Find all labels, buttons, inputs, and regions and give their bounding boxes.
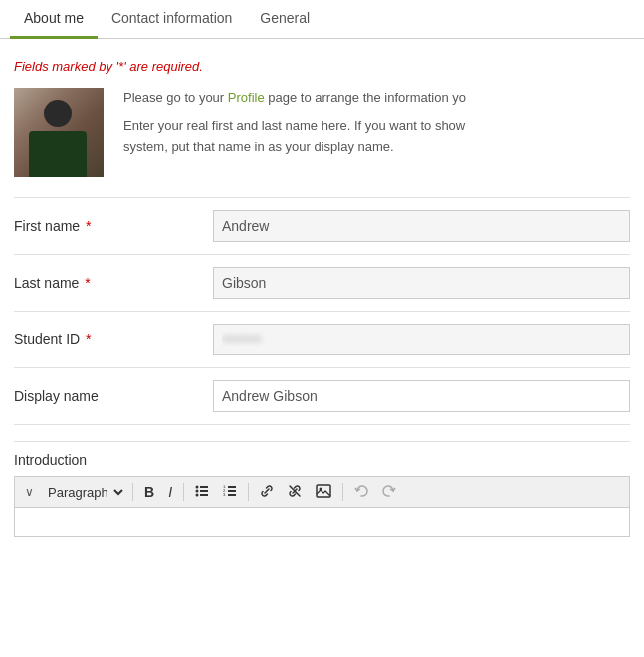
last-name-label: Last name *	[14, 275, 213, 291]
link-icon	[260, 484, 274, 498]
toolbar-sep-3	[248, 483, 249, 501]
paragraph-select-wrap: Paragraph	[42, 482, 126, 503]
form-row-last-name: Last name *	[14, 254, 630, 311]
svg-text:3.: 3.	[223, 492, 226, 497]
image-icon	[316, 484, 331, 498]
first-name-label: First name *	[14, 218, 213, 234]
required-notice: Fields marked by '*' are required.	[14, 59, 630, 74]
undo-button[interactable]	[349, 481, 373, 503]
paragraph-select[interactable]: Paragraph	[42, 482, 126, 503]
student-id-input[interactable]	[213, 324, 630, 355]
svg-rect-12	[317, 485, 330, 497]
form-row-student-id: Student ID *	[14, 311, 630, 367]
form-row-display-name: Display name	[14, 367, 630, 425]
profile-avatar	[14, 88, 104, 177]
last-name-input[interactable]	[213, 267, 630, 299]
introduction-section: Introduction ∨ Paragraph B I	[14, 441, 630, 537]
profile-link[interactable]: Profile	[228, 90, 265, 105]
italic-button[interactable]: I	[163, 482, 177, 502]
image-button[interactable]	[311, 481, 336, 503]
first-name-required: *	[82, 218, 91, 234]
toolbar-sep-4	[342, 483, 343, 501]
bullet-list-button[interactable]	[190, 481, 214, 503]
profile-desc-line2: Enter your real first and last name here…	[123, 116, 630, 158]
numbered-list-button[interactable]: 1. 2. 3.	[218, 481, 242, 503]
svg-point-0	[196, 486, 199, 489]
svg-point-4	[196, 494, 199, 497]
redo-button[interactable]	[377, 481, 401, 503]
toolbar-sep-2	[183, 483, 184, 501]
bullet-list-icon	[195, 484, 209, 498]
form-section: First name * Last name * Student ID * Di…	[14, 197, 630, 425]
toolbar-sep-1	[132, 483, 133, 501]
editor-content-area[interactable]	[14, 507, 630, 537]
toolbar-expand-button[interactable]: ∨	[21, 482, 38, 502]
main-content: Fields marked by '*' are required. Pleas…	[0, 39, 644, 547]
last-name-required: *	[81, 275, 90, 291]
svg-rect-7	[228, 486, 236, 488]
form-row-first-name: First name *	[14, 197, 630, 254]
tab-bar: About me Contact information General	[0, 0, 644, 39]
display-name-label: Display name	[14, 388, 213, 404]
profile-section: Please go to your Profile page to arrang…	[14, 88, 630, 177]
svg-rect-9	[228, 490, 236, 492]
redo-icon	[382, 484, 396, 498]
student-id-required: *	[82, 331, 91, 347]
unlink-icon	[288, 484, 302, 498]
numbered-list-icon: 1. 2. 3.	[223, 484, 237, 498]
display-name-input[interactable]	[213, 380, 630, 412]
profile-desc-line3: system, put that name in as your display…	[123, 139, 394, 154]
editor-toolbar: ∨ Paragraph B I	[14, 476, 630, 507]
svg-rect-5	[200, 494, 208, 496]
bold-button[interactable]: B	[139, 482, 159, 502]
tab-general[interactable]: General	[246, 0, 323, 39]
undo-icon	[354, 484, 368, 498]
svg-rect-11	[228, 494, 236, 496]
svg-point-2	[196, 490, 199, 493]
profile-description: Please go to your Profile page to arrang…	[123, 88, 630, 165]
first-name-input[interactable]	[213, 210, 630, 242]
tab-contact-information[interactable]: Contact information	[98, 0, 246, 39]
student-id-label: Student ID *	[14, 331, 213, 347]
unlink-button[interactable]	[283, 481, 307, 503]
svg-rect-3	[200, 490, 208, 492]
profile-image[interactable]	[14, 88, 104, 177]
svg-rect-1	[200, 486, 208, 488]
tab-about-me[interactable]: About me	[10, 0, 98, 39]
profile-desc-line1: Please go to your Profile page to arrang…	[123, 88, 630, 109]
introduction-label: Introduction	[14, 452, 630, 468]
link-button[interactable]	[255, 481, 279, 503]
